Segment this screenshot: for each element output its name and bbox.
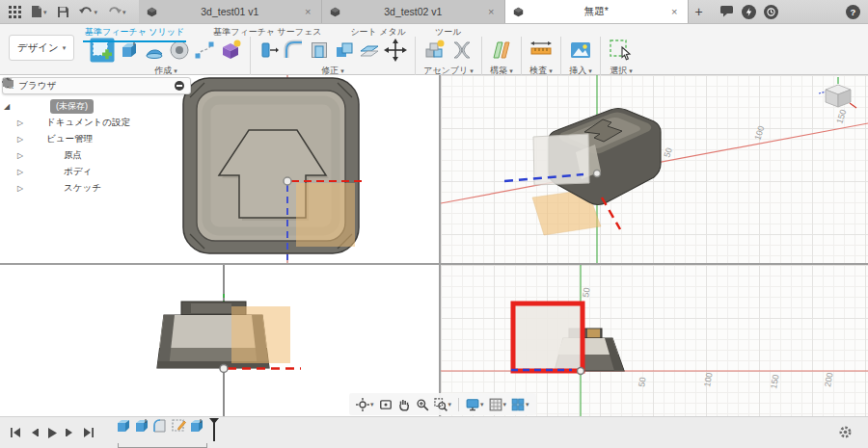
app-menu-button[interactable] [6, 4, 24, 20]
help-button[interactable]: ? [846, 5, 860, 19]
new-tab-button[interactable]: + [689, 0, 710, 23]
titlebar-right-icons: ? [712, 0, 868, 23]
orbit-icon [356, 398, 369, 411]
multi-viewport-icon [511, 398, 525, 411]
step-back-button[interactable] [29, 427, 40, 438]
tab-close-icon[interactable]: × [669, 6, 679, 17]
display-settings-button[interactable]: ▾ [465, 397, 485, 412]
insert-canvas-button[interactable] [568, 38, 593, 63]
document-tab-1[interactable]: 3d_test01 v1 × [139, 0, 322, 23]
timeline-feature-extrude-3[interactable] [189, 418, 204, 435]
timeline-feature-extrude-1[interactable] [116, 418, 131, 435]
undo-button[interactable]: ▾ [76, 4, 101, 19]
browser-row-origin[interactable]: ▷ 原点 [2, 147, 191, 164]
row-label: スケッチ [64, 182, 101, 195]
ribbon-tab-tools[interactable]: ツール [433, 25, 463, 42]
sketch-plane-overlay[interactable] [296, 183, 355, 247]
timeline-settings-button[interactable] [838, 425, 853, 441]
origin-point[interactable] [220, 365, 228, 373]
zoom-window-button[interactable]: ▾ [433, 397, 453, 412]
viewport-top-view[interactable]: « ブラウザ ◢ (未保存) ▷ [0, 75, 439, 263]
browser-panel: « ブラウザ ◢ (未保存) ▷ [2, 77, 191, 197]
origin-point[interactable] [594, 171, 601, 177]
group-separator [521, 37, 522, 79]
zoom-window-icon [434, 398, 448, 411]
group-insert: 挿入 ▾ [563, 37, 598, 77]
expand-icon[interactable]: ▷ [15, 119, 25, 127]
extrude-icon [119, 40, 140, 61]
comment-bubble-button[interactable] [719, 5, 734, 19]
measure-button[interactable] [529, 38, 554, 63]
go-to-start-button[interactable] [10, 427, 22, 438]
timeline-feature-sketch[interactable] [171, 418, 186, 435]
axis-tick-label: 50 [637, 377, 648, 388]
document-cube-icon [147, 7, 157, 17]
viewport-iso-view[interactable]: 50 100 150 [441, 75, 868, 263]
grid-settings-button[interactable]: ▾ [488, 397, 508, 412]
pan-button[interactable] [396, 397, 412, 412]
origin-point[interactable] [578, 368, 584, 375]
group-inspect: 検査 ▾ [524, 37, 558, 77]
row-label: ボディ [64, 166, 92, 178]
go-to-end-button[interactable] [82, 427, 95, 438]
browser-row-sketches[interactable]: ▷ スケッチ [2, 180, 191, 197]
group-select: 選択 ▾ [603, 37, 639, 77]
origin-point[interactable] [284, 177, 291, 185]
select-icon [609, 39, 634, 62]
expand-icon[interactable]: ▷ [15, 151, 25, 160]
axis-tick-label: 50 [662, 146, 674, 159]
look-at-button[interactable] [378, 397, 393, 412]
browser-header[interactable]: « ブラウザ [2, 77, 191, 94]
expand-icon[interactable]: ▷ [15, 135, 25, 144]
zoom-button[interactable] [415, 397, 430, 412]
iso-scene: 50 100 150 [441, 75, 868, 263]
sketch-plane-overlay[interactable] [231, 306, 290, 363]
document-tabs: 3d_test01 v1 × 3d_test02 v1 × 無題* × + [139, 0, 710, 23]
extrude-feature-icon [189, 418, 204, 434]
step-forward-button[interactable] [65, 427, 75, 438]
expand-icon[interactable]: ▷ [15, 168, 25, 176]
construct-plane-button[interactable] [489, 38, 514, 63]
document-tab-2[interactable]: 3d_test02 v1 × [322, 0, 505, 23]
select-button[interactable] [608, 38, 635, 63]
extensions-button[interactable] [742, 5, 756, 19]
timeline-marker[interactable] [207, 418, 221, 443]
redo-button[interactable]: ▾ [104, 4, 129, 19]
play-button[interactable] [46, 427, 58, 439]
comment-bubble-icon [719, 5, 734, 17]
timeline-feature-extrude-2[interactable] [134, 418, 149, 435]
selected-sketch-profile[interactable] [513, 303, 583, 371]
close-panel-icon[interactable] [175, 81, 184, 91]
expand-icon[interactable]: ▷ [15, 184, 25, 193]
tab-close-icon[interactable]: × [486, 6, 496, 17]
browser-row-document-settings[interactable]: ▷ ドキュメントの設定 [2, 115, 191, 131]
ribbon-tab-sheetmetal[interactable]: シート メタル [348, 25, 408, 42]
group-modify: 修正 ▾ [253, 37, 413, 77]
modeling-canvas: « ブラウザ ◢ (未保存) ▷ [0, 75, 868, 416]
row-label: ビュー管理 [46, 133, 93, 145]
document-root-label[interactable]: (未保存) [50, 99, 94, 114]
browser-root-row[interactable]: ◢ (未保存) [2, 98, 191, 115]
job-status-button[interactable] [764, 5, 778, 19]
save-button[interactable] [54, 4, 72, 20]
chevron-down-icon: ▾ [509, 67, 513, 75]
viewports-button[interactable]: ▾ [510, 397, 530, 412]
design-workspace-menu[interactable]: デザイン ▾ [9, 35, 74, 61]
tab-close-icon[interactable]: × [303, 6, 312, 17]
extensions-icon [745, 8, 753, 16]
document-tab-3-active[interactable]: 無題* × [505, 0, 689, 23]
ribbon-tab-solid[interactable]: 基準フィーチャ ソリッド [83, 25, 186, 42]
sketch-feature-icon [171, 418, 186, 434]
ribbon-tab-surface[interactable]: 基準フィーチャ サーフェス [211, 25, 323, 42]
playback-controls [10, 427, 95, 439]
file-menu-button[interactable]: ▾ [28, 3, 50, 20]
chevron-down-icon: ▾ [63, 44, 67, 52]
browser-row-named-views[interactable]: ▷ ビュー管理 [2, 131, 191, 147]
view-cube[interactable] [819, 77, 856, 108]
browser-row-bodies[interactable]: ▷ ボディ [2, 164, 191, 180]
expand-open-icon[interactable]: ◢ [2, 102, 12, 111]
orbit-button[interactable]: ▾ [355, 397, 375, 412]
timeline-feature-fillet[interactable] [152, 418, 168, 435]
grid-menu-icon [9, 6, 21, 18]
timeline-features [116, 418, 221, 448]
